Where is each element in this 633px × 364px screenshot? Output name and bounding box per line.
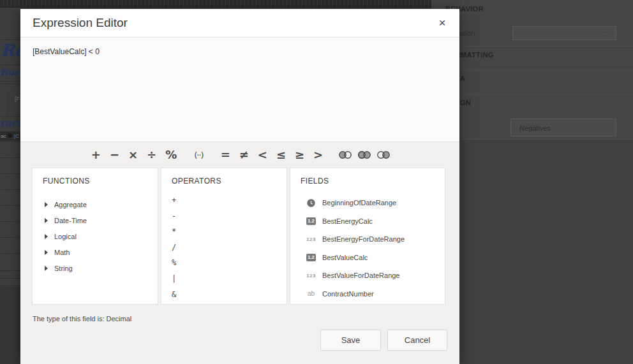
chevron-right-icon [45, 234, 48, 239]
not-equals-icon[interactable]: ≠ [239, 149, 249, 161]
fields-header: FIELDS [301, 177, 445, 186]
venn-right-filled-icon[interactable] [376, 150, 391, 159]
decimal-icon: 1.2 [306, 254, 316, 261]
expression-editor-area[interactable]: [BestValueCalc] < 0 [20, 38, 459, 142]
ellipsis-button: ··· [600, 28, 609, 36]
functions-panel: FUNCTIONS Aggregate Date-Time Logical Ma… [32, 168, 158, 305]
function-category-string[interactable]: String [43, 260, 158, 276]
chevron-right-icon [45, 266, 48, 271]
expression-property-input: ··· [512, 26, 616, 40]
group-band-fragment: ract O [0, 117, 21, 129]
operator-item-plus[interactable]: + [172, 196, 287, 212]
chevron-right-icon [45, 202, 48, 207]
operators-panel: OPERATORS + - * / % | & [161, 168, 287, 305]
save-button[interactable]: Save [320, 330, 381, 351]
function-category-logical[interactable]: Logical [43, 228, 158, 244]
equals-icon[interactable]: = [221, 149, 230, 161]
integer-icon: 123 [306, 273, 316, 279]
detail-row-fragment: ac [C [0, 131, 21, 141]
chevron-right-icon [45, 250, 48, 255]
operator-item-amp[interactable]: & [172, 290, 287, 305]
function-category-datetime[interactable]: Date-Time [43, 212, 158, 228]
operator-toolbar: + − × ÷ % (··) = ≠ < ≤ ≥ > [20, 142, 459, 168]
modulo-icon[interactable]: % [165, 149, 177, 161]
field-item-bestvaluefordaterange[interactable]: 123 BestValueForDateRange [301, 266, 445, 285]
field-ref-fragment: [F [15, 96, 20, 102]
report-canvas-strip: Rec Busin [F ract O ac [C [0, 8, 21, 287]
operator-item-star[interactable]: * [172, 227, 287, 243]
less-than-icon[interactable]: < [258, 149, 267, 161]
operator-item-slash[interactable]: / [172, 243, 287, 259]
function-category-aggregate[interactable]: Aggregate [43, 196, 158, 212]
panel-lower-area [461, 139, 633, 364]
name-property-input: Negatives [510, 119, 616, 136]
designer-outer-background [0, 287, 21, 364]
parentheses-icon[interactable]: (··) [194, 151, 203, 159]
expression-editor-dialog: Expression Editor × [BestValueCalc] < 0 … [20, 9, 459, 364]
field-item-bestenergyfordaterange[interactable]: 123 BestEnergyForDateRange [301, 230, 445, 249]
horizontal-ruler [0, 0, 431, 8]
greater-than-icon[interactable]: > [313, 149, 323, 161]
minus-icon[interactable]: − [110, 149, 119, 161]
multiply-icon[interactable]: × [128, 149, 138, 161]
field-knob-icon [8, 133, 12, 138]
field-item-bestenergycalc[interactable]: 1.2 BestEnergyCalc [301, 212, 445, 231]
panels-row: FUNCTIONS Aggregate Date-Time Logical Ma… [32, 168, 445, 305]
operator-item-minus[interactable]: - [172, 212, 287, 228]
decimal-icon: 1.2 [306, 217, 316, 225]
report-title-fragment: Rec [1, 41, 21, 60]
field-type-hint: The type of this field is: Decimal [33, 315, 459, 323]
string-icon: ab [306, 290, 316, 297]
close-icon[interactable]: × [436, 16, 449, 30]
venn-left-filled-icon[interactable] [338, 150, 352, 159]
field-item-contractnumber[interactable]: ab ContractNumber [301, 285, 445, 303]
field-item-beginningofdaterange[interactable]: BeginningOfDateRange [301, 194, 445, 212]
field-item-bestvaluecalc[interactable]: 1.2 BestValueCalc [301, 249, 445, 267]
clock-icon [306, 199, 316, 207]
integer-icon: 123 [306, 237, 316, 242]
properties-panel: BEHAVIOR Expression ··· FORMATTING DATA … [431, 0, 633, 364]
chevron-right-icon [45, 218, 48, 223]
function-category-math[interactable]: Math [43, 244, 158, 260]
plus-icon[interactable]: + [91, 149, 101, 161]
report-subtitle-fragment: Busin [0, 67, 21, 77]
cancel-button[interactable]: Cancel [387, 330, 447, 351]
operator-item-pipe[interactable]: | [172, 274, 287, 290]
greater-equal-icon[interactable]: ≥ [295, 149, 304, 161]
functions-header: FUNCTIONS [43, 177, 158, 186]
less-equal-icon[interactable]: ≤ [276, 149, 286, 161]
expression-text[interactable]: [BestValueCalc] < 0 [33, 47, 100, 56]
venn-both-filled-icon[interactable] [357, 150, 371, 159]
dialog-header: Expression Editor × [20, 9, 459, 38]
operator-item-percent[interactable]: % [172, 258, 287, 274]
operators-header: OPERATORS [172, 177, 287, 186]
dialog-title: Expression Editor [33, 16, 128, 30]
fields-panel: FIELDS BeginningOfDateRange 1.2 BestEner… [290, 168, 445, 305]
divide-icon[interactable]: ÷ [147, 149, 156, 161]
